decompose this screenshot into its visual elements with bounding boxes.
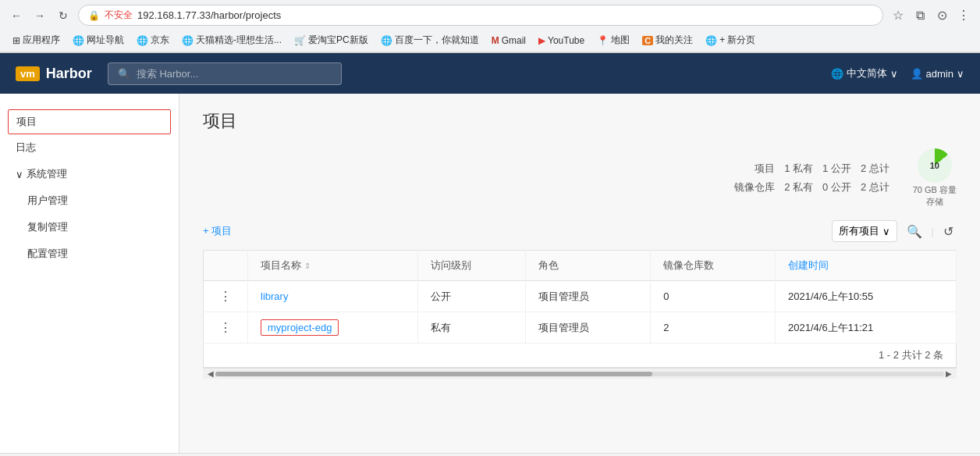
projects-table: 项目名称 ⇕ 访问级别 角色 镜像仓库数 创建时间 ⋮ [203,250,957,344]
scroll-right-arrow[interactable]: ▶ [944,369,953,378]
storage-circle: 10 [918,148,952,183]
filter-select[interactable]: 所有项目 ∨ [832,220,897,242]
storage-badge: 10 70 GB 容量 存储 [913,148,957,208]
user-menu[interactable]: 👤 admin ∨ [911,68,964,80]
add-project-button[interactable]: + 项目 [203,221,232,241]
apps-icon: ⊞ [12,35,20,46]
col-name[interactable]: 项目名称 ⇕ [248,251,418,281]
extension-button[interactable]: ⧉ [911,7,929,24]
bookmark-jd[interactable]: 🌐 京东 [132,32,174,48]
browser-action-buttons: ☆ ⧉ ⊙ ⋮ [889,7,972,24]
sidebar-item-replication[interactable]: 复制管理 [0,214,179,240]
bookmark-apps[interactable]: ⊞ 应用程序 [8,32,65,48]
search-input[interactable] [137,68,332,80]
stats-row: 项目 1 私有 1 公开 2 总计 镜像仓库 2 私有 0 公开 2 总计 10 [203,148,957,208]
col-created[interactable]: 创建时间 [776,251,957,281]
project-name-link[interactable]: library [261,290,288,302]
group-label: 系统管理 [27,167,67,181]
row-menu-button[interactable]: ⋮ [216,290,235,303]
bookmarks-bar: ⊞ 应用程序 🌐 网址导航 🌐 京东 🌐 天猫精选-理想生活... 🛒 爱淘宝P… [0,30,980,52]
jd-icon: 🌐 [137,35,148,46]
storage-text: 70 GB 容量 存储 [913,184,957,208]
sidebar-item-projects[interactable]: 项目 [8,109,171,134]
sidebar-item-label: 复制管理 [27,220,68,234]
scroll-thumb[interactable] [215,372,652,376]
bookmark-baidu[interactable]: 🌐 百度一下，你就知道 [376,32,484,48]
address-bar[interactable]: 🔒 不安全 192.168.1.77.33/harbor/projects [78,5,883,26]
col-role: 角色 [526,251,651,281]
star-button[interactable]: ☆ [889,7,907,24]
repos-public: 0 公开 [822,180,851,194]
pagination-text: 1 - 2 共计 2 条 [879,349,943,361]
tmall-icon: 🌐 [182,35,194,46]
project-name-cell: myproject-edg [248,312,418,344]
sort-icon[interactable]: ⇕ [304,262,311,270]
search-container[interactable]: 🔍 [108,62,342,85]
table-toolbar: + 项目 所有项目 ∨ 🔍 | ↺ [203,220,957,242]
gmail-icon: M [492,35,499,46]
bookmark-youtube[interactable]: ▶ YouTube [534,34,589,48]
role-cell: 项目管理员 [526,312,651,344]
row-menu-cell: ⋮ [204,281,248,312]
col-repos: 镜像仓库数 [651,251,776,281]
browser-chrome: ← → ↻ 🔒 不安全 192.168.1.77.33/harbor/proje… [0,0,980,53]
table-row: ⋮ myproject-edg 私有 项目管理员 2 2021/4/6上午11:… [204,312,957,344]
harbor-logo: vm Harbor [16,66,92,82]
row-menu-button[interactable]: ⋮ [216,321,235,334]
account-button[interactable]: ⊙ [933,7,950,24]
taobao-icon: 🛒 [294,35,306,46]
maps-icon: 📍 [597,35,609,46]
bookmark-tmall[interactable]: 🌐 天猫精选-理想生活... [177,32,286,48]
bookmark-new-tab[interactable]: 🌐 + 新分页 [701,32,760,48]
bookmark-crunchyroll[interactable]: C 我的关注 [637,32,698,48]
lang-label: 中文简体 [847,66,887,80]
bookmark-taobao[interactable]: 🛒 爱淘宝PC新版 [289,32,373,48]
storage-number: 10 [930,161,939,170]
project-name-link[interactable]: myproject-edg [261,319,339,336]
sidebar-item-config[interactable]: 配置管理 [0,240,179,267]
sidebar-item-logs[interactable]: 日志 [0,134,179,161]
forward-button[interactable]: → [31,7,48,24]
refresh-button[interactable]: ↻ [55,7,72,24]
sidebar-group-admin[interactable]: ∨ 系统管理 [0,161,179,187]
horizontal-scrollbar[interactable]: ◀ ▶ [203,368,957,379]
user-label: admin [926,68,953,80]
chevron-down-icon: ∨ [16,169,23,180]
created-cell: 2021/4/6上午11:21 [776,312,957,344]
globe-icon: 🌐 [831,68,843,80]
chevron-down-icon: ∨ [882,226,890,237]
vm-badge: vm [16,66,40,81]
pagination-row: 1 - 2 共计 2 条 [203,344,957,368]
table-row: ⋮ library 公开 项目管理员 0 2021/4/6上午10:55 [204,281,957,312]
lock-icon: 🔒 [88,10,100,21]
projects-total: 2 总计 [861,162,889,176]
access-cell: 私有 [417,312,526,344]
storage-line2: 存储 [913,196,957,208]
role-cell: 项目管理员 [526,281,651,312]
scroll-left-arrow[interactable]: ◀ [206,369,215,378]
search-button[interactable]: 🔍 [904,221,925,242]
bookmark-gmail[interactable]: M Gmail [487,34,531,48]
browser-toolbar: ← → ↻ 🔒 不安全 192.168.1.77.33/harbor/proje… [0,0,980,30]
bookmark-nav[interactable]: 🌐 网址导航 [68,32,129,48]
back-button[interactable]: ← [8,7,25,24]
more-button[interactable]: ⋮ [955,7,972,24]
bookmark-maps[interactable]: 📍 地图 [592,32,634,48]
nav-right: 🌐 中文简体 ∨ 👤 admin ∨ [831,66,964,80]
language-selector[interactable]: 🌐 中文简体 ∨ [831,66,898,80]
refresh-button[interactable]: ↺ [940,221,957,242]
youtube-icon: ▶ [538,35,545,46]
not-secure-label: 不安全 [105,9,133,22]
projects-private: 1 私有 [784,162,813,176]
projects-public: 1 公开 [822,162,851,176]
table-body: ⋮ library 公开 项目管理员 0 2021/4/6上午10:55 ⋮ [204,281,957,344]
repos-private: 2 私有 [784,180,813,194]
toolbar-right: 所有项目 ∨ 🔍 | ↺ [832,220,957,242]
row-menu-cell: ⋮ [204,312,248,344]
filter-label: 所有项目 [839,224,879,238]
sidebar-item-users[interactable]: 用户管理 [0,187,179,214]
globe-new-icon: 🌐 [705,35,717,46]
repos-cell: 0 [651,281,776,312]
scroll-track[interactable] [215,372,944,376]
sidebar: 项目 日志 ∨ 系统管理 用户管理 复制管理 配置管理 [0,94,179,453]
